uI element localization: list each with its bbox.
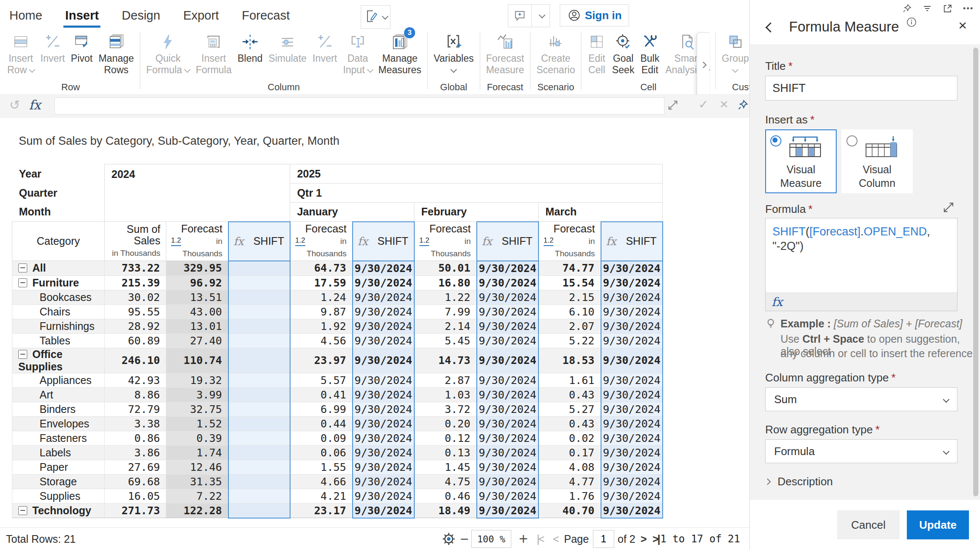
value-cell[interactable]: 1.45 (414, 460, 477, 474)
shift-value-cell[interactable]: 9/30/2024 (601, 290, 663, 304)
shift-value-cell[interactable] (228, 333, 290, 348)
value-cell[interactable]: 17.59 (290, 275, 353, 290)
comment-dropdown-button[interactable] (532, 4, 550, 27)
value-cell[interactable]: 8.86 (105, 387, 166, 402)
value-cell[interactable]: 0.17 (538, 445, 601, 460)
tab-export[interactable]: Export (182, 7, 220, 24)
value-cell[interactable]: 4.75 (414, 474, 477, 489)
blend-button[interactable]: Blend (235, 30, 266, 65)
month-february-header[interactable]: February (414, 203, 538, 222)
value-cell[interactable]: 14.73 (414, 348, 477, 373)
value-cell[interactable]: 4.56 (290, 333, 353, 348)
row-category-cell[interactable]: Appliances (12, 373, 105, 387)
radio-unselected-icon[interactable] (846, 135, 858, 146)
value-cell[interactable]: 18.53 (538, 348, 601, 373)
shift-value-cell[interactable]: 9/30/2024 (353, 261, 414, 276)
manage-rows-button[interactable]: ManageRows (96, 30, 137, 77)
row-category-cell[interactable]: Supplies (12, 489, 105, 503)
popout-icon[interactable] (943, 3, 953, 14)
shift-value-cell[interactable]: 9/30/2024 (353, 373, 414, 387)
value-cell[interactable]: 40.70 (538, 503, 601, 518)
edit-interactions-dropdown[interactable] (361, 5, 390, 29)
shift-value-cell[interactable]: 9/30/2024 (353, 445, 414, 460)
shift-value-cell[interactable]: 9/30/2024 (477, 489, 538, 503)
value-cell[interactable]: 0.20 (414, 416, 477, 431)
value-cell[interactable]: 0.12 (414, 431, 477, 445)
shift-value-cell[interactable]: 9/30/2024 (601, 319, 663, 333)
shift-value-cell[interactable]: 9/30/2024 (601, 460, 663, 474)
shift-value-cell[interactable] (228, 460, 290, 474)
value-cell[interactable]: 96.92 (166, 275, 228, 290)
invert-column-button[interactable]: Invert (310, 30, 340, 65)
value-cell[interactable]: 3.72 (414, 402, 477, 416)
shift-value-cell[interactable]: 9/30/2024 (601, 402, 663, 416)
back-chevron-icon[interactable] (765, 22, 775, 32)
shift-value-cell[interactable]: 9/30/2024 (601, 387, 663, 402)
close-icon[interactable]: × (958, 18, 967, 32)
cancel-button[interactable]: Cancel (837, 510, 900, 539)
shift-january-column-header[interactable]: fxSHIFT (353, 222, 414, 261)
row-category-cell[interactable]: Binders (12, 402, 105, 416)
value-cell[interactable]: 1.92 (290, 319, 353, 333)
collapse-icon[interactable] (18, 264, 27, 272)
value-cell[interactable]: 0.02 (538, 431, 601, 445)
value-cell[interactable]: 6.99 (290, 402, 353, 416)
formula-code[interactable]: SHIFT([Forecast].OPEN_END, "-2Q") (766, 218, 957, 292)
group-button[interactable]: Group (719, 30, 752, 77)
formula-editor[interactable]: SHIFT([Forecast].OPEN_END, "-2Q") fx (765, 218, 957, 311)
shift-value-cell[interactable] (228, 387, 290, 402)
value-cell[interactable]: 1.55 (290, 460, 353, 474)
zoom-out-button[interactable]: − (460, 531, 469, 547)
value-cell[interactable]: 5.22 (538, 333, 601, 348)
value-cell[interactable]: 2.87 (414, 373, 477, 387)
row-category-cell[interactable]: Tables (12, 333, 105, 348)
visual-column-option[interactable]: VisualColumn (841, 129, 913, 193)
cancel-formula-icon[interactable]: × (720, 96, 728, 112)
value-cell[interactable]: 2.07 (538, 319, 601, 333)
confirm-formula-icon[interactable]: ✓ (698, 97, 708, 112)
shift-value-cell[interactable] (228, 503, 290, 518)
shift-value-cell[interactable]: 9/30/2024 (353, 348, 414, 373)
value-cell[interactable]: 72.79 (105, 402, 166, 416)
value-cell[interactable]: 7.99 (414, 304, 477, 319)
collapse-icon[interactable] (18, 506, 27, 515)
shift-value-cell[interactable]: 9/30/2024 (353, 402, 414, 416)
shift-value-cell[interactable]: 9/30/2024 (477, 431, 538, 445)
next-page-button[interactable]: > (641, 533, 647, 545)
invert-row-button[interactable]: Invert (37, 30, 68, 65)
shift-value-cell[interactable]: 9/30/2024 (477, 402, 538, 416)
value-cell[interactable]: 42.93 (105, 373, 166, 387)
shift-value-cell[interactable]: 9/30/2024 (601, 348, 663, 373)
row-category-cell[interactable]: Bookcases (12, 290, 105, 304)
value-cell[interactable]: 0.39 (166, 431, 228, 445)
more-options-icon[interactable]: ••• (963, 4, 974, 13)
value-cell[interactable]: 13.51 (166, 290, 228, 304)
simulate-button[interactable]: Simulate (265, 30, 309, 65)
title-field-input[interactable] (765, 76, 957, 100)
insert-formula-button[interactable]: InsertFormula (193, 30, 234, 77)
value-cell[interactable]: 69.68 (105, 474, 166, 489)
value-cell[interactable]: 1.74 (166, 445, 228, 460)
pin-formula-icon[interactable] (737, 99, 749, 113)
shift-2024-column-header[interactable]: fxSHIFT (228, 222, 290, 261)
shift-march-column-header[interactable]: fxSHIFT (601, 222, 663, 261)
value-cell[interactable]: 0.41 (290, 387, 353, 402)
tab-insert[interactable]: Insert (64, 7, 100, 24)
row-category-cell[interactable]: Paper (12, 460, 105, 474)
add-comment-button[interactable] (508, 4, 532, 27)
shift-value-cell[interactable]: 9/30/2024 (601, 261, 663, 276)
shift-value-cell[interactable]: 9/30/2024 (353, 387, 414, 402)
shift-value-cell[interactable]: 9/30/2024 (601, 275, 663, 290)
sum-of-sales-column-header[interactable]: Sum of Salesin Thousands (105, 222, 166, 261)
value-cell[interactable]: 215.39 (105, 275, 166, 290)
value-cell[interactable]: 5.45 (414, 333, 477, 348)
data-input-button[interactable]: DataInput (340, 30, 375, 77)
row-category-cell[interactable]: Envelopes (12, 416, 105, 431)
shift-value-cell[interactable]: 9/30/2024 (353, 474, 414, 489)
value-cell[interactable]: 31.35 (166, 474, 228, 489)
first-page-button[interactable]: |< (537, 533, 543, 545)
row-category-cell[interactable]: Art (12, 387, 105, 402)
value-cell[interactable]: 0.46 (414, 489, 477, 503)
radio-selected-icon[interactable] (770, 135, 781, 146)
bulk-edit-button[interactable]: BulkEdit (637, 30, 662, 77)
